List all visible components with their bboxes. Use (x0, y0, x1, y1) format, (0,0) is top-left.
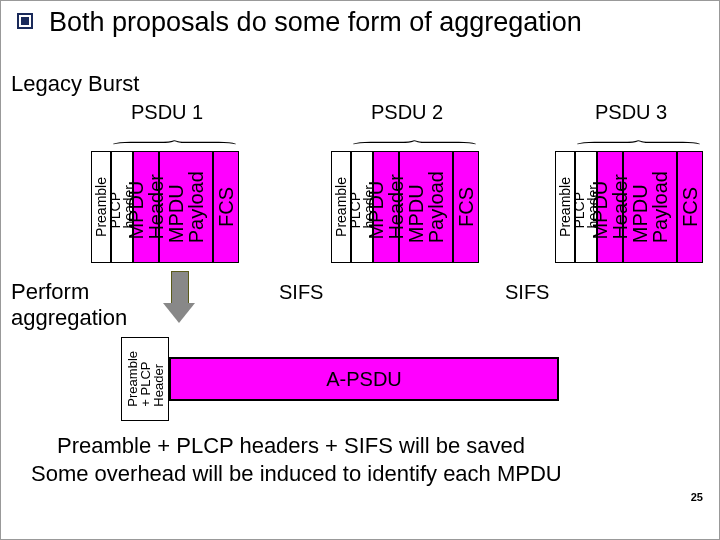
fcs-cell: FCS (213, 151, 239, 263)
mpdu-payload-cell: MPDU Payload (399, 151, 453, 263)
slide: Both proposals do some form of aggregati… (0, 0, 720, 540)
perform-aggregation-label: Perform aggregation (11, 279, 127, 332)
brace-icon: ︷ (349, 135, 490, 144)
brace-icon: ︷ (573, 135, 714, 144)
a-psdu-cell: A-PSDU (169, 357, 559, 401)
psdu3-frame: Preamble PLCP header MPDU Header MPDU Pa… (555, 151, 703, 263)
bullet-icon (17, 13, 33, 29)
page-number: 25 (691, 491, 703, 503)
fcs-cell: FCS (453, 151, 479, 263)
aggregated-frame: Preamble + PLCP Header A-PSDU (121, 337, 559, 421)
mpdu-header-cell: MPDU Header (597, 151, 623, 263)
mpdu-header-cell: MPDU Header (373, 151, 399, 263)
mpdu-payload-cell: MPDU Payload (623, 151, 677, 263)
psdu3-label: PSDU 3 (595, 101, 667, 124)
psdu1-frame: Preamble PLCP header MPDU Header MPDU Pa… (91, 151, 239, 263)
arrow-down-icon (169, 271, 189, 323)
agg-preamble-plcp-cell: Preamble + PLCP Header (121, 337, 169, 421)
mpdu-payload-cell: MPDU Payload (159, 151, 213, 263)
sifs-label: SIFS (279, 281, 323, 304)
legacy-burst-label: Legacy Burst (11, 71, 139, 97)
slide-title: Both proposals do some form of aggregati… (49, 7, 582, 38)
sifs-label: SIFS (505, 281, 549, 304)
fcs-cell: FCS (677, 151, 703, 263)
psdu2-label: PSDU 2 (371, 101, 443, 124)
psdu1-label: PSDU 1 (131, 101, 203, 124)
brace-icon: ︷ (109, 135, 250, 144)
conclusion-line-2: Some overhead will be induced to identif… (31, 461, 562, 487)
psdu2-frame: Preamble PLCP header MPDU Header MPDU Pa… (331, 151, 479, 263)
mpdu-header-cell: MPDU Header (133, 151, 159, 263)
conclusion-line-1: Preamble + PLCP headers + SIFS will be s… (57, 433, 525, 459)
